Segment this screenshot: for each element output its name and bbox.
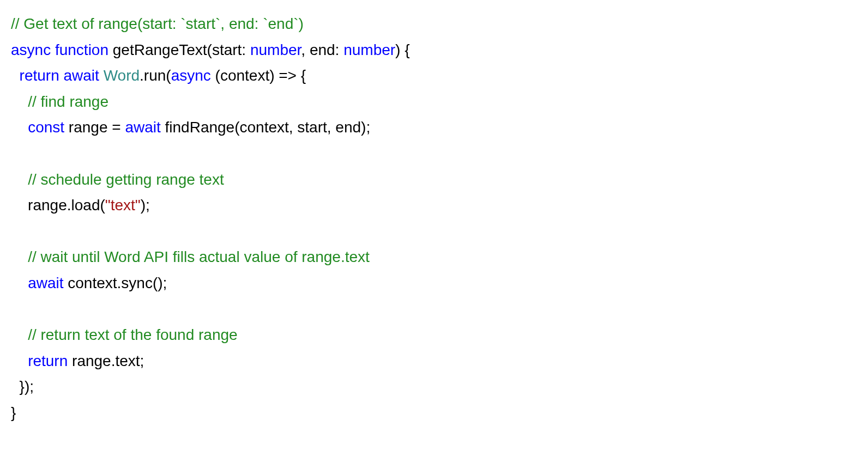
code-token: await — [64, 67, 99, 84]
code-token: const — [28, 119, 64, 136]
code-token — [11, 275, 28, 291]
code-token: // return text of the found range — [28, 326, 237, 343]
code-token — [59, 67, 64, 84]
code-token: .run( — [140, 67, 171, 84]
code-token: "text" — [105, 197, 141, 214]
code-token — [11, 326, 28, 343]
code-token: number — [250, 41, 301, 58]
code-token: (context) => { — [211, 67, 306, 84]
code-token — [11, 119, 28, 136]
code-token: // schedule getting range text — [28, 171, 224, 188]
code-token: } — [11, 404, 16, 421]
code-token: async — [11, 41, 51, 58]
code-token: await — [28, 275, 63, 291]
code-token: getRangeText(start: — [108, 41, 250, 58]
code-token: ) { — [395, 41, 409, 58]
code-token: }); — [11, 378, 34, 395]
code-token: Word — [104, 67, 140, 84]
code-token — [11, 352, 28, 369]
code-block: // Get text of range(start: `start`, end… — [11, 11, 857, 426]
code-token — [51, 41, 55, 58]
code-token — [11, 171, 28, 188]
code-token — [99, 67, 104, 84]
code-token: ); — [141, 197, 150, 214]
code-token: range = — [64, 119, 125, 136]
code-token — [11, 248, 28, 265]
code-token: // wait until Word API fills actual valu… — [28, 248, 370, 265]
code-token: findRange(context, start, end); — [161, 119, 370, 136]
code-token: await — [125, 119, 160, 136]
code-token: range.load( — [11, 197, 105, 214]
code-token: // Get text of range(start: `start`, end… — [11, 15, 304, 32]
code-token: return — [28, 352, 68, 369]
code-token — [11, 93, 28, 110]
code-token: range.text; — [68, 352, 144, 369]
code-token: // find range — [28, 93, 108, 110]
code-token: return — [20, 67, 59, 84]
code-token: context.sync(); — [64, 275, 167, 291]
code-token: async — [171, 67, 211, 84]
code-token: , end: — [301, 41, 343, 58]
code-token — [11, 67, 20, 84]
code-token: function — [55, 41, 108, 58]
code-token: number — [343, 41, 395, 58]
